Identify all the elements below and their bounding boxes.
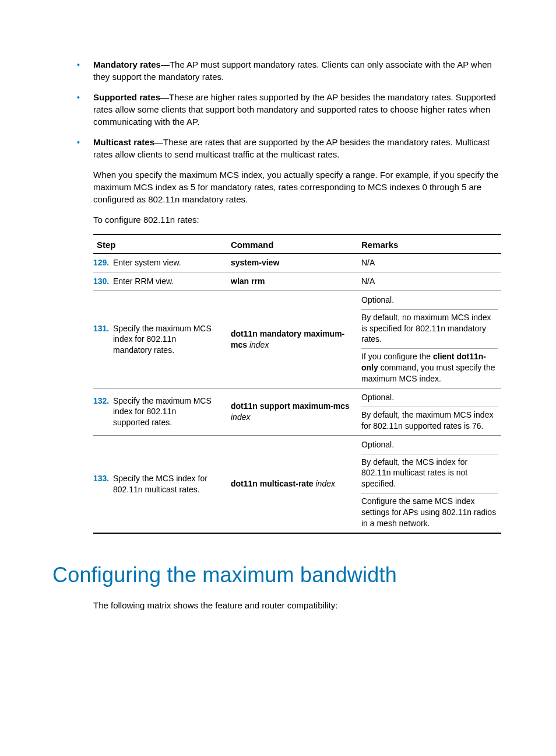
remark: Configure the same MCS index settings fo…: [361, 496, 498, 529]
config-table: Step Command Remarks 129.Enter system vi…: [93, 234, 501, 534]
remark: Optional.: [361, 439, 498, 450]
th-command: Command: [227, 235, 358, 254]
matrix-intro: The following matrix shows the feature a…: [93, 599, 504, 611]
table-row: 130.Enter RRM view. wlan rrm N/A: [93, 272, 501, 290]
rate-label: Multicast rates: [93, 137, 154, 147]
step-text: Enter system view.: [113, 257, 212, 268]
list-item: Supported rates—These are higher rates s…: [93, 91, 504, 128]
remark: By default, no maximum MCS index is spec…: [361, 312, 498, 345]
rate-label: Mandatory rates: [93, 60, 161, 69]
list-item: Multicast rates—These are rates that are…: [93, 136, 504, 160]
step-text: Specify the maximum MCS index for 802.11…: [113, 396, 212, 429]
section-heading: Configuring the maximum bandwidth: [52, 563, 504, 587]
cmd-bold: dot11n multicast-rate: [231, 479, 314, 488]
remark: Optional.: [361, 392, 498, 403]
cmd-bold: dot11n mandatory maximum-mcs: [231, 329, 344, 349]
table-row: 129.Enter system view. system-view N/A: [93, 254, 501, 272]
step-text: Specify the MCS index for 802.11n multic…: [113, 473, 212, 495]
table-row: 132.Specify the maximum MCS index for 80…: [93, 388, 501, 436]
remark: By default, the MCS index for 802.11n mu…: [361, 457, 498, 490]
step-num: 133.: [93, 473, 113, 484]
th-step: Step: [93, 235, 227, 254]
step-text: Specify the maximum MCS index for 802.11…: [113, 323, 212, 356]
step-num: 129.: [93, 257, 113, 268]
remark: Optional.: [361, 295, 498, 306]
remark: If you configure the client dot11n-only …: [361, 351, 498, 384]
cmd-arg: index: [315, 479, 335, 488]
step-text: Enter RRM view.: [113, 276, 212, 287]
rate-label: Supported rates: [93, 92, 160, 102]
configure-intro: To configure 802.11n rates:: [93, 214, 504, 226]
mcs-range-paragraph: When you specify the maximum MCS index, …: [93, 169, 504, 205]
rate-types-list: Mandatory rates—The AP must support mand…: [52, 58, 504, 160]
cmd-bold: wlan rrm: [231, 276, 265, 286]
remark: By default, the maximum MCS index for 80…: [361, 410, 498, 432]
step-num: 131.: [93, 323, 113, 334]
th-remarks: Remarks: [358, 235, 501, 254]
step-num: 130.: [93, 276, 113, 287]
remark: N/A: [361, 276, 498, 287]
cmd-arg: index: [249, 340, 269, 349]
step-num: 132.: [93, 396, 113, 407]
cmd-bold: system-view: [231, 258, 279, 267]
table-row: 131.Specify the maximum MCS index for 80…: [93, 290, 501, 388]
remark: N/A: [361, 257, 498, 268]
table-row: 133.Specify the MCS index for 802.11n mu…: [93, 435, 501, 533]
list-item: Mandatory rates—The AP must support mand…: [93, 58, 504, 83]
cmd-arg: index: [231, 412, 250, 422]
cmd-bold: dot11n support maximum-mcs: [231, 401, 350, 411]
